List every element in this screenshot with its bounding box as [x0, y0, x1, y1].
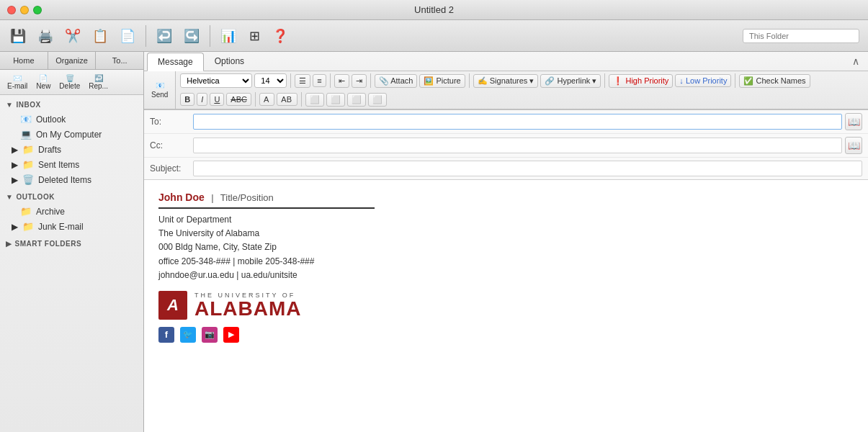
font-select[interactable]: Helvetica	[180, 73, 252, 88]
outlook-icon: 📊	[220, 30, 236, 42]
bold-button[interactable]: B	[180, 93, 194, 106]
maximize-button[interactable]	[33, 6, 42, 14]
subject-field-row: Subject:	[144, 158, 868, 179]
toolbar-separator-1	[146, 25, 146, 47]
drafts-collapse-icon: ▶	[12, 145, 18, 155]
cc-address-book-icon: 📖	[848, 140, 860, 151]
sidebar-item-archive[interactable]: 📁 Archive	[0, 204, 143, 219]
font-color-button[interactable]: A	[259, 93, 274, 106]
twitter-icon[interactable]: 🐦	[180, 327, 196, 343]
copy-icon: 📋	[92, 30, 108, 42]
paste-button[interactable]: 📄	[115, 28, 140, 44]
low-priority-button[interactable]: ↓ Low Priority	[675, 74, 731, 87]
reply-sidebar-button[interactable]: ↩️ Rep...	[84, 73, 112, 91]
undo-button[interactable]: ↩️	[152, 28, 176, 44]
grid-button[interactable]: ⊞	[243, 28, 265, 44]
cc-input[interactable]	[193, 138, 842, 153]
sep-6	[735, 73, 735, 88]
font-size-select[interactable]: 14	[254, 73, 287, 88]
align-right-button[interactable]: ⬜	[347, 93, 366, 107]
strikethrough-button[interactable]: ABC	[226, 93, 251, 106]
sidebar-item-drafts[interactable]: ▶ 📁 Drafts	[0, 142, 143, 157]
outlook-section-header[interactable]: ▼ OUTLOOK	[0, 187, 143, 204]
send-button[interactable]: 📧 Send	[144, 71, 176, 109]
picture-button[interactable]: 🖼️ Picture	[419, 74, 465, 88]
indent-increase-button[interactable]: ⇥	[352, 74, 367, 88]
compose-toolbar: Message Options ∧ 📧 Send	[144, 52, 868, 110]
facebook-icon[interactable]: f	[158, 327, 174, 343]
sidebar: Home Organize To... ✉️ E-mail 📄 New 🗑️ D…	[0, 52, 144, 432]
email-body[interactable]: John Doe | Title/Position Unit or Depart…	[144, 180, 868, 432]
help-button[interactable]: ❓	[268, 28, 292, 44]
ua-logo-area: A THE UNIVERSITY OF ALABAMA	[158, 291, 854, 320]
ua-logo-box: A	[158, 291, 187, 320]
align-center-button[interactable]: ⬜	[326, 93, 345, 107]
to-input[interactable]	[193, 114, 842, 130]
sidebar-item-deleted-items-label: Deleted Items	[38, 175, 91, 185]
smart-folders-header[interactable]: ▶ SMART FOLDERS	[0, 234, 143, 251]
close-button[interactable]	[7, 6, 16, 14]
collapse-button[interactable]: ∧	[846, 53, 865, 70]
signature-mobile-phone: mobile 205-348-###	[238, 256, 315, 266]
subject-input[interactable]	[193, 161, 862, 176]
junk-folder-icon: 📁	[22, 221, 34, 232]
sidebar-item-on-my-computer[interactable]: 💻 On My Computer	[0, 127, 143, 142]
print-button[interactable]: 🖨️	[33, 28, 58, 44]
check-names-button[interactable]: ✅ Check Names	[739, 74, 810, 88]
new-button[interactable]: 📄 New	[32, 73, 55, 91]
inbox-label: Inbox	[16, 101, 40, 109]
justify-button[interactable]: ⬜	[368, 93, 387, 107]
underline-button[interactable]: U	[210, 93, 224, 106]
hyperlink-button[interactable]: 🔗 Hyperlink ▾	[540, 74, 601, 88]
cut-icon: ✂️	[65, 30, 81, 42]
sidebar-item-junk[interactable]: ▶ 📁 Junk E-mail	[0, 219, 143, 234]
address-book-icon: 📖	[848, 116, 860, 127]
sidebar-item-sent-items-label: Sent Items	[38, 160, 79, 170]
indent-decrease-button[interactable]: ⇤	[334, 74, 349, 88]
paste-icon: 📄	[120, 30, 135, 42]
instagram-icon[interactable]: 📷	[202, 327, 218, 343]
youtube-icon[interactable]: ▶	[223, 327, 239, 343]
tab-options[interactable]: Options	[204, 52, 255, 71]
folder-search-input[interactable]	[743, 29, 859, 43]
cut-button[interactable]: ✂️	[61, 28, 85, 44]
sidebar-item-deleted-items[interactable]: ▶ 🗑️ Deleted Items	[0, 172, 143, 187]
highlight-button[interactable]: AB	[277, 93, 297, 106]
align-left-button[interactable]: ⬜	[305, 93, 324, 107]
outlook-button[interactable]: 📊	[216, 28, 241, 44]
signature-website-link[interactable]: ua.edu/unitsite	[241, 270, 297, 280]
sidebar-item-outlook-label: Outlook	[36, 114, 66, 125]
minimize-button[interactable]	[20, 6, 29, 14]
to-address-book-button[interactable]: 📖	[845, 113, 862, 130]
signature-block: John Doe | Title/Position Unit or Depart…	[158, 192, 854, 343]
sidebar-tab-home[interactable]: Home	[0, 52, 48, 69]
print-icon: 🖨️	[37, 30, 53, 42]
help-icon: ❓	[272, 30, 288, 42]
ordered-list-button[interactable]: ≡	[313, 74, 326, 87]
sidebar-tab-tools[interactable]: To...	[96, 52, 143, 69]
redo-icon: ↪️	[184, 30, 200, 42]
high-priority-button[interactable]: ❗ High Priority	[609, 74, 673, 88]
redo-button[interactable]: ↪️	[179, 28, 204, 44]
sidebar-item-outlook[interactable]: 📧 Outlook	[0, 112, 143, 127]
deleted-collapse-icon: ▶	[12, 175, 18, 185]
signature-department: Unit or Department	[158, 213, 854, 227]
save-button[interactable]: 💾	[6, 28, 30, 44]
unordered-list-button[interactable]: ☰	[295, 74, 310, 88]
sidebar-tab-organize[interactable]: Organize	[48, 52, 97, 69]
italic-button[interactable]: I	[197, 93, 207, 106]
signatures-button[interactable]: ✍️ Signatures ▾	[473, 74, 539, 88]
signature-title: Title/Position	[220, 192, 274, 203]
copy-button[interactable]: 📋	[88, 28, 112, 44]
signature-email-link[interactable]: johndoe@ur.ua.edu	[158, 270, 234, 280]
tab-message[interactable]: Message	[147, 53, 204, 71]
delete-sidebar-button[interactable]: 🗑️ Delete	[55, 73, 84, 91]
sidebar-item-sent-items[interactable]: ▶ 📁 Sent Items	[0, 157, 143, 172]
inbox-header[interactable]: ▼ Inbox	[0, 95, 143, 112]
ua-text-block: THE UNIVERSITY OF ALABAMA	[194, 292, 302, 319]
sep-2	[330, 73, 331, 88]
email-button[interactable]: ✉️ E-mail	[3, 73, 32, 91]
cc-address-book-button[interactable]: 📖	[845, 137, 862, 154]
outlook-section-label: OUTLOOK	[16, 193, 55, 201]
attach-button[interactable]: 📎 Attach	[375, 74, 418, 88]
